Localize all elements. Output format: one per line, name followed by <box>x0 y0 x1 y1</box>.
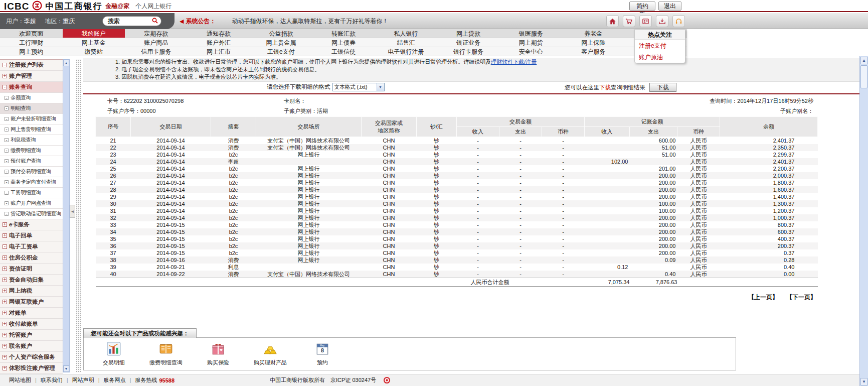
expand-toggle-icon[interactable]: + <box>3 267 7 271</box>
expand-toggle-icon[interactable]: - <box>5 170 9 174</box>
sidebar-collapse-button[interactable]: ◄ <box>70 205 75 218</box>
expand-toggle-icon[interactable]: - <box>5 180 9 184</box>
nav-item[interactable]: 工银e支付 <box>250 47 312 56</box>
expand-toggle-icon[interactable]: + <box>3 344 7 348</box>
nav-item[interactable]: 网上保险 <box>562 38 625 47</box>
format-select[interactable]: 文本格式 (.txt) ▼ <box>332 83 385 91</box>
expand-toggle-icon[interactable]: + <box>3 222 7 227</box>
nav-item[interactable]: 结售汇 <box>375 38 437 47</box>
recommend-insurance[interactable]: 购买保险 <box>196 342 240 366</box>
inbox-download-icon[interactable] <box>656 15 668 27</box>
sidebar-item[interactable]: - 注册账户列表 <box>0 60 63 71</box>
nav-item[interactable]: 工行理财 <box>0 38 63 47</box>
expand-toggle-icon[interactable]: + <box>3 278 7 282</box>
download-button[interactable]: 下载 <box>649 83 676 92</box>
footer-link[interactable]: 网站声明 <box>72 377 104 383</box>
nav-item[interactable]: 银证业务 <box>437 38 500 47</box>
sidebar-item[interactable]: - 商务卡定向支付查询 <box>0 177 63 188</box>
expand-toggle-icon[interactable]: + <box>3 74 7 78</box>
sidebar-item[interactable]: + e卡服务 <box>0 219 63 230</box>
sidebar-item[interactable]: - 账户开户网点查询 <box>0 198 63 209</box>
recommend-wealth-product[interactable]: 购买理财产品 <box>248 342 292 366</box>
nav-item[interactable]: 我的账户 <box>63 29 125 38</box>
scroll-down-icon[interactable]: ▼ <box>860 378 867 385</box>
recommend-appointment[interactable]: May.8 预约 <box>300 342 344 366</box>
nav-item[interactable]: 公益捐款 <box>250 29 312 38</box>
nav-item[interactable]: 银医服务 <box>499 29 562 38</box>
logout-button[interactable]: 退出 <box>658 2 681 11</box>
expand-toggle-icon[interactable]: - <box>5 127 9 132</box>
sidebar-item[interactable]: + 对账单 <box>0 308 63 319</box>
expand-toggle-icon[interactable]: + <box>3 322 7 326</box>
nav-item[interactable]: 安全中心 <box>499 47 562 56</box>
announcement-text[interactable]: 动动手指做环保，达人赢取特斯拉，更有千万好礼等着你！ <box>232 17 388 26</box>
nav-item[interactable]: 网上贵金属 <box>250 38 312 47</box>
recommend-transaction-detail[interactable]: 交易明细 <box>92 342 136 366</box>
sidebar-item[interactable]: + 资金自动归集 <box>0 275 63 286</box>
nav-item[interactable]: 银行卡服务 <box>437 47 500 56</box>
nav-item[interactable]: 网上债券 <box>312 38 375 47</box>
sidebar-item[interactable]: - 工资明细查询 <box>0 188 63 198</box>
simple-version-button[interactable]: 简约版 <box>629 2 655 11</box>
sidebar-item[interactable]: - 明细查询 <box>0 103 63 114</box>
hot-topic-link[interactable]: 注册e支付 <box>635 40 685 51</box>
sidebar-item[interactable]: - 账户未登折明细查询 <box>0 114 63 124</box>
sidebar-item[interactable]: + 网银互联账户 <box>0 297 63 308</box>
sidebar-item[interactable]: - 网上售货明细查询 <box>0 124 63 135</box>
expand-toggle-icon[interactable]: - <box>5 201 9 205</box>
sidebar-item[interactable]: - 账务查询 <box>0 82 63 93</box>
expand-toggle-icon[interactable]: - <box>5 212 9 216</box>
sidebar-item[interactable]: + 住房公积金 <box>0 252 63 264</box>
sidebar-item[interactable]: + 账户管理 <box>0 71 63 82</box>
nav-item[interactable]: 私人银行 <box>375 29 437 38</box>
page-scrollbar[interactable]: ▲ ▼ <box>859 56 868 386</box>
nav-item[interactable]: 账户商品 <box>125 38 188 47</box>
expand-toggle-icon[interactable]: + <box>3 355 7 359</box>
scroll-down-icon[interactable]: ▼ <box>63 365 69 372</box>
sidebar-item[interactable]: + 体彩投注账户管理 <box>0 363 63 374</box>
nav-item[interactable]: 转账汇款 <box>312 29 375 38</box>
sidebar-item[interactable]: + 联名账户 <box>0 341 63 352</box>
contacts-icon[interactable] <box>639 15 652 27</box>
sidebar-item[interactable]: - 利息税查询 <box>0 135 63 146</box>
expand-toggle-icon[interactable]: - <box>5 138 9 142</box>
sidebar-item[interactable]: + 网上纳税 <box>0 286 63 297</box>
sidebar-item[interactable]: - 电子工资单 <box>0 241 63 252</box>
recommend-payment-detail[interactable]: 缴费明细查询 <box>144 342 188 366</box>
hot-topic-link[interactable]: 账户原油 <box>635 51 685 63</box>
sidebar-resize-handle[interactable] <box>76 59 81 372</box>
expand-toggle-icon[interactable]: + <box>3 333 7 337</box>
cart-icon[interactable] <box>623 15 635 27</box>
expand-toggle-icon[interactable]: - <box>5 96 9 100</box>
nav-item[interactable]: 通知存款 <box>188 29 250 38</box>
expand-toggle-icon[interactable]: - <box>5 106 9 110</box>
sidebar-item[interactable]: - 预付交易明细查询 <box>0 167 63 177</box>
footer-link[interactable]: 网站地图 <box>9 377 41 383</box>
nav-item[interactable]: 定期存款 <box>125 29 188 38</box>
sidebar-item[interactable]: - 余额查询 <box>0 93 63 103</box>
expand-toggle-icon[interactable]: - <box>3 63 7 67</box>
home-icon[interactable] <box>606 15 619 27</box>
sidebar-scrollbar[interactable]: ▲ ▼ <box>63 59 70 372</box>
select-dropdown-icon[interactable]: ▼ <box>377 83 384 91</box>
expand-toggle-icon[interactable]: + <box>3 289 7 293</box>
nav-item[interactable]: 工银信使 <box>312 47 375 56</box>
expand-toggle-icon[interactable]: - <box>5 117 9 121</box>
nav-item[interactable]: 信用卡服务 <box>125 47 188 56</box>
nav-item[interactable]: 网上预约 <box>0 47 63 56</box>
sidebar-item[interactable]: - 预付账户查询 <box>0 156 63 167</box>
footer-link[interactable]: 服务网点 <box>104 377 135 383</box>
sidebar-item[interactable]: + 托管账户 <box>0 330 63 341</box>
nav-item[interactable]: 网上基金 <box>63 38 125 47</box>
headset-icon[interactable] <box>672 15 685 27</box>
expand-toggle-icon[interactable]: + <box>3 255 7 260</box>
scrollbar-thumb[interactable] <box>860 65 867 88</box>
sidebar-item[interactable]: + 个人资产综合服务 <box>0 352 63 363</box>
sidebar-item[interactable]: + 资信证明 <box>0 264 63 275</box>
nav-item[interactable]: 客户服务 <box>562 47 625 56</box>
expand-toggle-icon[interactable]: - <box>5 159 9 163</box>
nav-item[interactable]: 缴费站 <box>63 47 125 56</box>
nav-item[interactable]: 电子银行注册 <box>375 47 437 56</box>
nav-item[interactable]: 网上汇市 <box>188 47 250 56</box>
sidebar-item[interactable]: + 收付款账单 <box>0 319 63 330</box>
